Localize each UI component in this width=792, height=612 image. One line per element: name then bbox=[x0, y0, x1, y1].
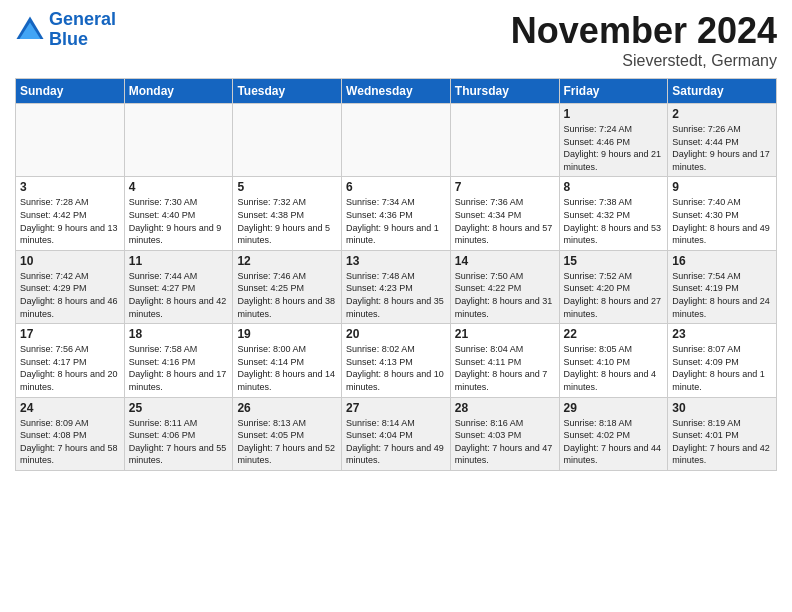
calendar-day-cell: 21Sunrise: 8:04 AMSunset: 4:11 PMDayligh… bbox=[450, 324, 559, 397]
calendar-day-cell bbox=[16, 104, 125, 177]
calendar-day-cell: 26Sunrise: 8:13 AMSunset: 4:05 PMDayligh… bbox=[233, 397, 342, 470]
calendar-day-cell: 2Sunrise: 7:26 AMSunset: 4:44 PMDaylight… bbox=[668, 104, 777, 177]
month-title: November 2024 bbox=[511, 10, 777, 52]
calendar-day-cell: 1Sunrise: 7:24 AMSunset: 4:46 PMDaylight… bbox=[559, 104, 668, 177]
day-info: Sunrise: 8:00 AMSunset: 4:14 PMDaylight:… bbox=[237, 343, 337, 393]
calendar-day-cell bbox=[124, 104, 233, 177]
weekday-header-tuesday: Tuesday bbox=[233, 79, 342, 104]
calendar-header: SundayMondayTuesdayWednesdayThursdayFrid… bbox=[16, 79, 777, 104]
day-number: 10 bbox=[20, 254, 120, 268]
day-info: Sunrise: 7:58 AMSunset: 4:16 PMDaylight:… bbox=[129, 343, 229, 393]
page-header: General Blue November 2024 Sieverstedt, … bbox=[15, 10, 777, 70]
location-subtitle: Sieverstedt, Germany bbox=[511, 52, 777, 70]
day-number: 20 bbox=[346, 327, 446, 341]
calendar-week-row: 24Sunrise: 8:09 AMSunset: 4:08 PMDayligh… bbox=[16, 397, 777, 470]
day-number: 27 bbox=[346, 401, 446, 415]
day-number: 24 bbox=[20, 401, 120, 415]
weekday-header-sunday: Sunday bbox=[16, 79, 125, 104]
calendar-day-cell: 9Sunrise: 7:40 AMSunset: 4:30 PMDaylight… bbox=[668, 177, 777, 250]
calendar-day-cell: 24Sunrise: 8:09 AMSunset: 4:08 PMDayligh… bbox=[16, 397, 125, 470]
calendar-day-cell: 12Sunrise: 7:46 AMSunset: 4:25 PMDayligh… bbox=[233, 250, 342, 323]
day-number: 28 bbox=[455, 401, 555, 415]
day-number: 29 bbox=[564, 401, 664, 415]
calendar-week-row: 17Sunrise: 7:56 AMSunset: 4:17 PMDayligh… bbox=[16, 324, 777, 397]
day-number: 1 bbox=[564, 107, 664, 121]
day-info: Sunrise: 7:50 AMSunset: 4:22 PMDaylight:… bbox=[455, 270, 555, 320]
day-info: Sunrise: 8:11 AMSunset: 4:06 PMDaylight:… bbox=[129, 417, 229, 467]
day-info: Sunrise: 8:19 AMSunset: 4:01 PMDaylight:… bbox=[672, 417, 772, 467]
day-info: Sunrise: 7:24 AMSunset: 4:46 PMDaylight:… bbox=[564, 123, 664, 173]
page-container: General Blue November 2024 Sieverstedt, … bbox=[0, 0, 792, 481]
calendar-day-cell: 23Sunrise: 8:07 AMSunset: 4:09 PMDayligh… bbox=[668, 324, 777, 397]
calendar-day-cell: 18Sunrise: 7:58 AMSunset: 4:16 PMDayligh… bbox=[124, 324, 233, 397]
day-number: 4 bbox=[129, 180, 229, 194]
calendar-day-cell: 4Sunrise: 7:30 AMSunset: 4:40 PMDaylight… bbox=[124, 177, 233, 250]
day-number: 17 bbox=[20, 327, 120, 341]
calendar-table: SundayMondayTuesdayWednesdayThursdayFrid… bbox=[15, 78, 777, 471]
day-info: Sunrise: 7:32 AMSunset: 4:38 PMDaylight:… bbox=[237, 196, 337, 246]
day-number: 19 bbox=[237, 327, 337, 341]
day-number: 22 bbox=[564, 327, 664, 341]
calendar-day-cell: 13Sunrise: 7:48 AMSunset: 4:23 PMDayligh… bbox=[342, 250, 451, 323]
calendar-day-cell: 5Sunrise: 7:32 AMSunset: 4:38 PMDaylight… bbox=[233, 177, 342, 250]
day-number: 13 bbox=[346, 254, 446, 268]
day-info: Sunrise: 7:30 AMSunset: 4:40 PMDaylight:… bbox=[129, 196, 229, 246]
day-info: Sunrise: 7:38 AMSunset: 4:32 PMDaylight:… bbox=[564, 196, 664, 246]
weekday-header-monday: Monday bbox=[124, 79, 233, 104]
day-info: Sunrise: 8:05 AMSunset: 4:10 PMDaylight:… bbox=[564, 343, 664, 393]
day-number: 26 bbox=[237, 401, 337, 415]
day-info: Sunrise: 7:28 AMSunset: 4:42 PMDaylight:… bbox=[20, 196, 120, 246]
day-info: Sunrise: 8:04 AMSunset: 4:11 PMDaylight:… bbox=[455, 343, 555, 393]
logo: General Blue bbox=[15, 10, 116, 50]
calendar-body: 1Sunrise: 7:24 AMSunset: 4:46 PMDaylight… bbox=[16, 104, 777, 471]
title-block: November 2024 Sieverstedt, Germany bbox=[511, 10, 777, 70]
day-number: 16 bbox=[672, 254, 772, 268]
day-info: Sunrise: 7:52 AMSunset: 4:20 PMDaylight:… bbox=[564, 270, 664, 320]
calendar-day-cell: 16Sunrise: 7:54 AMSunset: 4:19 PMDayligh… bbox=[668, 250, 777, 323]
calendar-day-cell: 7Sunrise: 7:36 AMSunset: 4:34 PMDaylight… bbox=[450, 177, 559, 250]
calendar-day-cell: 14Sunrise: 7:50 AMSunset: 4:22 PMDayligh… bbox=[450, 250, 559, 323]
day-number: 23 bbox=[672, 327, 772, 341]
day-info: Sunrise: 8:09 AMSunset: 4:08 PMDaylight:… bbox=[20, 417, 120, 467]
calendar-day-cell bbox=[342, 104, 451, 177]
day-info: Sunrise: 7:56 AMSunset: 4:17 PMDaylight:… bbox=[20, 343, 120, 393]
day-number: 18 bbox=[129, 327, 229, 341]
calendar-day-cell: 10Sunrise: 7:42 AMSunset: 4:29 PMDayligh… bbox=[16, 250, 125, 323]
calendar-day-cell: 17Sunrise: 7:56 AMSunset: 4:17 PMDayligh… bbox=[16, 324, 125, 397]
day-info: Sunrise: 7:36 AMSunset: 4:34 PMDaylight:… bbox=[455, 196, 555, 246]
day-info: Sunrise: 7:44 AMSunset: 4:27 PMDaylight:… bbox=[129, 270, 229, 320]
day-info: Sunrise: 7:54 AMSunset: 4:19 PMDaylight:… bbox=[672, 270, 772, 320]
day-number: 2 bbox=[672, 107, 772, 121]
calendar-day-cell: 15Sunrise: 7:52 AMSunset: 4:20 PMDayligh… bbox=[559, 250, 668, 323]
day-number: 9 bbox=[672, 180, 772, 194]
day-info: Sunrise: 7:26 AMSunset: 4:44 PMDaylight:… bbox=[672, 123, 772, 173]
day-info: Sunrise: 8:14 AMSunset: 4:04 PMDaylight:… bbox=[346, 417, 446, 467]
day-info: Sunrise: 8:16 AMSunset: 4:03 PMDaylight:… bbox=[455, 417, 555, 467]
logo-general: General bbox=[49, 9, 116, 29]
weekday-header-thursday: Thursday bbox=[450, 79, 559, 104]
calendar-day-cell: 28Sunrise: 8:16 AMSunset: 4:03 PMDayligh… bbox=[450, 397, 559, 470]
logo-blue-text: Blue bbox=[49, 29, 88, 49]
day-info: Sunrise: 7:46 AMSunset: 4:25 PMDaylight:… bbox=[237, 270, 337, 320]
calendar-week-row: 3Sunrise: 7:28 AMSunset: 4:42 PMDaylight… bbox=[16, 177, 777, 250]
day-number: 30 bbox=[672, 401, 772, 415]
day-info: Sunrise: 7:42 AMSunset: 4:29 PMDaylight:… bbox=[20, 270, 120, 320]
day-number: 11 bbox=[129, 254, 229, 268]
day-info: Sunrise: 8:02 AMSunset: 4:13 PMDaylight:… bbox=[346, 343, 446, 393]
calendar-day-cell: 20Sunrise: 8:02 AMSunset: 4:13 PMDayligh… bbox=[342, 324, 451, 397]
calendar-week-row: 1Sunrise: 7:24 AMSunset: 4:46 PMDaylight… bbox=[16, 104, 777, 177]
weekday-header-wednesday: Wednesday bbox=[342, 79, 451, 104]
day-number: 3 bbox=[20, 180, 120, 194]
logo-text: General Blue bbox=[49, 10, 116, 50]
calendar-day-cell: 29Sunrise: 8:18 AMSunset: 4:02 PMDayligh… bbox=[559, 397, 668, 470]
calendar-week-row: 10Sunrise: 7:42 AMSunset: 4:29 PMDayligh… bbox=[16, 250, 777, 323]
day-info: Sunrise: 7:48 AMSunset: 4:23 PMDaylight:… bbox=[346, 270, 446, 320]
calendar-day-cell: 25Sunrise: 8:11 AMSunset: 4:06 PMDayligh… bbox=[124, 397, 233, 470]
logo-icon bbox=[15, 15, 45, 45]
calendar-day-cell: 11Sunrise: 7:44 AMSunset: 4:27 PMDayligh… bbox=[124, 250, 233, 323]
calendar-day-cell: 27Sunrise: 8:14 AMSunset: 4:04 PMDayligh… bbox=[342, 397, 451, 470]
day-number: 21 bbox=[455, 327, 555, 341]
calendar-day-cell: 22Sunrise: 8:05 AMSunset: 4:10 PMDayligh… bbox=[559, 324, 668, 397]
weekday-header-row: SundayMondayTuesdayWednesdayThursdayFrid… bbox=[16, 79, 777, 104]
day-number: 5 bbox=[237, 180, 337, 194]
